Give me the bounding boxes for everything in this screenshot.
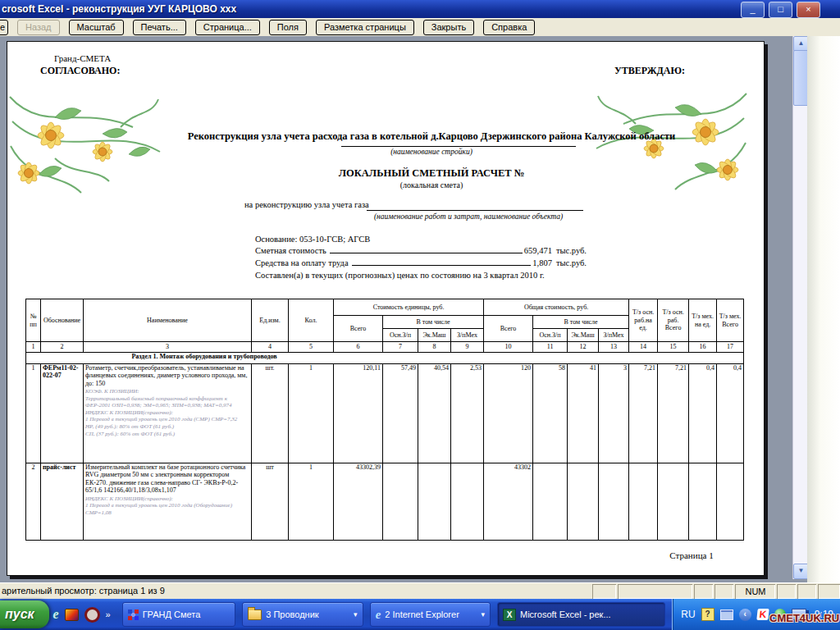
display-tray-icon[interactable]: [720, 609, 733, 620]
row1-code: ФЕРм11-02-022-07: [41, 364, 84, 463]
col-unit: Ед.изм.: [252, 299, 289, 342]
col-unit-total: Всего: [334, 316, 383, 342]
page-layout-button[interactable]: Разметка страницы: [316, 20, 414, 35]
column-number-row: 12 34 56 78 910 1112 1314 1516 17: [26, 342, 744, 353]
status-segment: [714, 584, 733, 599]
language-indicator[interactable]: RU: [681, 609, 695, 620]
minimize-icon[interactable]: _: [741, 2, 765, 18]
labor-fill-line: [352, 265, 532, 266]
title-caption: (наименование стройки): [89, 148, 774, 156]
col-tz4: Т/з мех. Всего: [717, 299, 744, 342]
folder-icon: [248, 609, 262, 620]
margins-button[interactable]: Поля: [269, 20, 307, 35]
media-app-icon[interactable]: [65, 609, 79, 621]
table-header: № пп Обоснование Наименование Ед.изм. Ко…: [26, 299, 744, 353]
col-unit-incl: В том числе: [383, 316, 484, 329]
status-segment: [818, 584, 840, 599]
section-row: Раздел 1. Монтаж оборудования и трубопро…: [26, 353, 744, 364]
window-titlebar: crosoft Excel - реконструкция УУГ КАРЦОВ…: [0, 0, 840, 18]
labor-label: Средства на оплату труда: [255, 258, 349, 267]
status-segment: [694, 584, 713, 599]
row2-num: 2: [26, 463, 41, 541]
group-chevron-icon: ▾: [481, 610, 485, 619]
next-button-partial[interactable]: е: [0, 20, 8, 35]
labor-value: 1,807: [532, 258, 552, 267]
start-button[interactable]: пуск: [0, 600, 49, 628]
col-tz1: Т/з осн. раб.на ед.: [629, 299, 658, 342]
close-icon[interactable]: ×: [797, 2, 820, 18]
status-bar: арительный просмотр: страница 1 из 9 NUM: [0, 582, 840, 600]
page-setup-button[interactable]: Страница...: [195, 20, 260, 35]
quick-launch-overflow-icon[interactable]: »: [106, 609, 111, 619]
row1-num: 1: [26, 364, 41, 463]
basis-line: Основание: 053-10-ГСВ; АГСВ: [255, 235, 370, 244]
help-button[interactable]: Справка: [483, 20, 535, 35]
taskbar-button-excel[interactable]: X Microsoft Excel - рек...: [497, 602, 665, 627]
cost-fill-line: [330, 253, 523, 253]
row2-code: прайс-лист: [41, 463, 84, 541]
document-page: Гранд-СМЕТА СОГЛАСОВАНО: УТВЕРЖДАЮ:: [7, 41, 765, 576]
background-window-strip: [807, 36, 840, 582]
internet-explorer-icon: e: [376, 608, 381, 622]
watermark: CMET4UK.RU: [769, 612, 840, 624]
estimate-cost-row: Сметная стоимость 659,471 тыс.руб.: [255, 246, 587, 255]
table-row: 2 прайс-лист Измерительный комплект на б…: [26, 463, 744, 541]
col-osn1: Осн.З/п: [383, 329, 418, 342]
vertical-scrollbar[interactable]: ▲ ▼: [792, 36, 807, 579]
preview-area: Гранд-СМЕТА СОГЛАСОВАНО: УТВЕРЖДАЮ:: [0, 36, 840, 582]
download-app-icon[interactable]: [84, 607, 100, 623]
taskbar-button-explorer-group[interactable]: 3 Проводник ▾: [242, 602, 363, 627]
status-segment: [777, 584, 796, 599]
back-button[interactable]: Назад: [17, 20, 60, 35]
table-row: 1 ФЕРм11-02-022-07 Ротаметр, счетчик,пре…: [26, 364, 744, 463]
window-title: crosoft Excel - реконструкция УУГ КАРЦОВ…: [2, 3, 236, 15]
col-unit-cost-group: Стоимость единицы, руб.: [334, 299, 484, 316]
col-tz3: Т/з мех. на ед.: [689, 299, 717, 342]
col-total-cost-group: Общая стоимость, руб.: [484, 299, 629, 316]
col-total-incl: В том числе: [533, 316, 629, 329]
cost-value: 659,471: [524, 246, 552, 255]
object-line: на реконструкцию узла учета газа: [244, 200, 369, 209]
print-button[interactable]: Печать...: [133, 20, 186, 35]
collapse-tray-icon[interactable]: ‹: [739, 609, 751, 621]
group-chevron-icon: ▾: [354, 610, 358, 619]
restore-icon[interactable]: □: [769, 2, 792, 18]
help-tray-icon[interactable]: ?: [701, 608, 714, 621]
num-lock-indicator: NUM: [735, 584, 775, 599]
page-footer: Страница 1: [646, 550, 737, 560]
row1-name-cell: Ротаметр, счетчик,преобразователь, устан…: [84, 364, 252, 463]
object-caption: (наименование работ и затрат, наименован…: [304, 212, 632, 221]
grand-smeta-icon: [128, 609, 139, 620]
taskbar-button-grand-smeta[interactable]: ГРАНД Смета: [122, 602, 236, 627]
col-osn2: Осн.З/п: [533, 329, 568, 342]
taskbar-button-ie-group[interactable]: e 2 Internet Explorer ▾: [370, 602, 491, 627]
estimate-caption: (локальная смета): [89, 180, 774, 189]
close-preview-button[interactable]: Закрыть: [423, 20, 474, 35]
col-qty: Кол.: [289, 299, 334, 342]
brand-label: Гранд-СМЕТА: [54, 53, 111, 63]
compiled-line: Составлен(а) в текущих (прогнозных) цена…: [255, 271, 545, 280]
col-zpm1: З/пМех: [451, 329, 484, 342]
col-total-total: Всего: [484, 316, 533, 342]
col-mash1: Эк.Маш: [418, 329, 451, 342]
taskbar: пуск e » ГРАНД Смета 3 Проводник ▾ e 2 I…: [0, 599, 840, 630]
col-zpm2: З/пМех: [599, 329, 629, 342]
status-text: арительный просмотр: страница 1 из 9: [0, 583, 591, 600]
section-title: Раздел 1. Монтаж оборудования и трубопро…: [69, 353, 340, 360]
quick-launch: e »: [52, 607, 121, 623]
antivirus-tray-icon[interactable]: K: [756, 609, 769, 620]
col-mash2: Эк.Маш: [568, 329, 599, 342]
title-underline: [341, 146, 576, 147]
row2-name-cell: Измерительный комплект на базе ротационн…: [84, 463, 252, 541]
zoom-button[interactable]: Масштаб: [69, 20, 124, 35]
internet-explorer-icon[interactable]: e: [52, 607, 58, 622]
cost-label: Сметная стоимость: [255, 246, 326, 255]
estimate-table: № пп Обоснование Наименование Ед.изм. Ко…: [25, 299, 744, 541]
agreed-label: СОГЛАСОВАНО:: [40, 65, 120, 77]
estimate-title: ЛОКАЛЬНЫЙ СМЕТНЫЙ РАСЧЕТ №: [89, 167, 774, 180]
labor-unit: тыс.руб.: [556, 258, 587, 267]
object-underline: [367, 210, 583, 211]
status-segment: [592, 584, 616, 599]
status-segment: [618, 584, 692, 599]
col-basis: Обоснование: [41, 299, 84, 342]
